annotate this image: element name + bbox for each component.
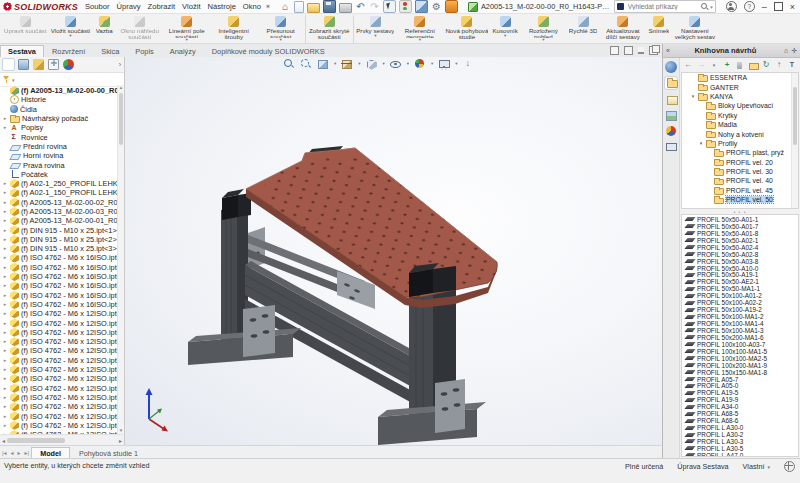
menu-item-4[interactable]: Nástroje: [208, 2, 236, 11]
resources-tab-icon[interactable]: [665, 61, 677, 73]
library-folder-item[interactable]: ▾KANYA: [682, 92, 798, 101]
feature-tree-item[interactable]: ▸(f) ISO 4762 - M6 x 16ISO.ipt<3>: [2, 272, 117, 281]
hide-show-icon[interactable]: [390, 58, 402, 69]
library-part-item[interactable]: PROFIL 50x100-MA1-3: [682, 327, 798, 334]
home-icon[interactable]: ⌂: [784, 47, 788, 54]
command-search[interactable]: ▾: [614, 0, 716, 13]
menu-item-2[interactable]: Zobrazit: [148, 2, 175, 11]
library-part-item[interactable]: PROFIL L A30-2: [682, 431, 798, 438]
pan-down-icon[interactable]: [463, 58, 475, 69]
ribbon-button-6[interactable]: Přesunout součást▾: [257, 15, 304, 43]
feature-tree-item[interactable]: ▸(f) ISO 4762 - M6 x 12ISO.ipt<7>: [2, 365, 117, 374]
ribbon-button-11[interactable]: Kusovník▾: [490, 15, 519, 43]
library-part-item[interactable]: PROFIL 50x50-A02-4: [682, 244, 798, 251]
add-to-library-icon[interactable]: [722, 60, 732, 70]
home-icon[interactable]: [280, 1, 291, 12]
dropdown-caret-icon[interactable]: ▾: [358, 61, 360, 66]
up-icon[interactable]: [774, 60, 784, 70]
expand-arrow-icon[interactable]: ▸: [2, 181, 8, 186]
feature-tree-item[interactable]: ▸Popisy: [2, 123, 117, 132]
feature-tree-tab-icon[interactable]: [3, 59, 14, 70]
configuration-manager-tab-icon[interactable]: [33, 59, 44, 70]
feature-tree-item[interactable]: ▸(f) A02-1_150_PROFIL LEHKY: [2, 188, 117, 197]
ribbon-button-14[interactable]: Aktualizovat dílčí sestavy SpeedPak: [599, 15, 646, 43]
expand-arrow-icon[interactable]: ▸: [2, 358, 8, 363]
library-folder-item[interactable]: GANTER: [682, 82, 798, 91]
maximize-button[interactable]: [774, 2, 783, 11]
expand-arrow-icon[interactable]: ▸: [2, 376, 8, 381]
library-part-item[interactable]: PROFIL 100x100-MA1-5: [682, 348, 798, 355]
tab-2[interactable]: Skica: [93, 45, 127, 57]
library-part-item[interactable]: PROFIL 50x100-A19-2: [682, 306, 798, 313]
library-folder-item[interactable]: PROFIL vel. 45: [682, 186, 798, 195]
feature-tree-item[interactable]: Pravá rovina: [2, 160, 117, 169]
library-part-item[interactable]: PROFIL 150x150-MA1-8: [682, 369, 798, 376]
open-icon[interactable]: [307, 3, 320, 13]
library-folder-item[interactable]: ▾Profily: [682, 139, 798, 148]
scrollbar-thumb[interactable]: [119, 93, 123, 145]
expand-arrow-icon[interactable]: ▸: [2, 423, 8, 428]
tab-1[interactable]: Rozvržení: [44, 45, 93, 57]
expand-arrow-icon[interactable]: ▸: [2, 200, 8, 205]
library-folder-item[interactable]: ESSENTRA: [682, 73, 798, 82]
new-folder-icon[interactable]: [748, 60, 758, 70]
library-part-item[interactable]: PROFIL A19-9: [682, 396, 798, 403]
design-library-scrollbar[interactable]: [791, 73, 798, 208]
expand-arrow-icon[interactable]: ▸: [2, 367, 8, 372]
feature-tree-item[interactable]: Rovnice: [2, 132, 117, 141]
ribbon-button-9[interactable]: Referenční geometrie▾: [396, 15, 443, 43]
feature-tree-item[interactable]: ▸(f) ISO 4762 - M6 x 16ISO.ipt<4>: [2, 281, 117, 290]
expand-arrow-icon[interactable]: ▸: [2, 283, 8, 288]
back-icon[interactable]: [683, 60, 693, 70]
library-part-item[interactable]: PROFIL 50x50-A19-1: [682, 272, 798, 279]
library-part-item[interactable]: PROFIL A68-6: [682, 417, 798, 424]
menu-item-3[interactable]: Vložit: [182, 2, 201, 11]
expand-arrow-icon[interactable]: ▸: [2, 237, 8, 242]
pin-icon[interactable]: ✛: [791, 47, 797, 55]
scrollbar-thumb[interactable]: [793, 87, 797, 145]
feature-tree-item[interactable]: Historie: [2, 95, 117, 104]
expand-arrow-icon[interactable]: ▸: [2, 228, 8, 233]
feature-tree-item[interactable]: ▸(f) ISO 4762 - M6 x 16ISO.ipt<2>: [2, 263, 117, 272]
search-input[interactable]: [626, 2, 699, 11]
ribbon-button-4[interactable]: Lineární pole součástí▾: [163, 15, 210, 43]
library-part-item[interactable]: PROFIL L A30-5: [682, 445, 798, 452]
library-folder-item[interactable]: Nohy a kotvení: [682, 129, 798, 138]
feature-tree-item[interactable]: ▸(f) ISO 4762 - M6 x 12ISO.ipt<5>: [2, 346, 117, 355]
previous-view-icon[interactable]: [317, 58, 329, 69]
feature-tree-item[interactable]: Horní rovina: [2, 151, 117, 160]
expand-arrow-icon[interactable]: ▸: [2, 339, 8, 344]
library-folder-item[interactable]: PROFIL plast, pryž: [682, 148, 798, 157]
menu-item-1[interactable]: Úpravy: [117, 2, 141, 11]
library-part-item[interactable]: PROFIL 50x50-A01-7: [682, 223, 798, 230]
feature-tree-item[interactable]: ▸(f) ISO 4762 - M6 x 16ISO.ipt<5>: [2, 291, 117, 300]
feature-tree-item[interactable]: Počátek: [2, 170, 117, 179]
library-part-item[interactable]: PROFIL 50x50-A10-0: [682, 265, 798, 272]
save-icon[interactable]: [323, 0, 336, 13]
doc-maximize-icon[interactable]: [624, 46, 633, 55]
feature-tree-item[interactable]: ▸(f) DIN 915 - M10 x 25.ipt<3>: [2, 244, 117, 253]
doc-cascade-icon[interactable]: [649, 46, 658, 55]
history-dropdown-icon[interactable]: [709, 60, 719, 70]
library-part-item[interactable]: PROFIL 50x100-MA1-2: [682, 313, 798, 320]
ribbon-button-8[interactable]: Prvky sestavy▾: [353, 15, 396, 43]
new-document-icon[interactable]: [294, 1, 304, 13]
tab-5[interactable]: Doplňkové moduly SOLIDWORKS: [204, 45, 333, 57]
feature-tree-item[interactable]: ▸(f) ISO 4762 - M6 x 16ISO.ipt<1>: [2, 253, 117, 262]
pin-icon[interactable]: [787, 60, 797, 70]
appearance-icon[interactable]: [414, 58, 426, 69]
help-icon[interactable]: ?: [744, 1, 755, 12]
custom-properties-tab-icon[interactable]: [665, 141, 677, 153]
expand-arrow-icon[interactable]: ▸: [2, 190, 8, 195]
expand-arrow-icon[interactable]: ▸: [2, 348, 8, 353]
tab-3[interactable]: Popis: [127, 45, 162, 57]
forward-icon[interactable]: [696, 60, 706, 70]
expand-arrow-icon[interactable]: ▸: [2, 311, 8, 316]
library-part-item[interactable]: PROFIL 100x100-A03-7: [682, 341, 798, 348]
collapse-arrow-icon[interactable]: ▾: [690, 93, 696, 99]
feature-tree-item[interactable]: ▸(f) DIN 915 - M10 x 25.ipt<2>: [2, 235, 117, 244]
library-folder-item[interactable]: PROFIL vel. 40: [682, 176, 798, 185]
library-part-item[interactable]: PROFIL 50x50-A01-1: [682, 216, 798, 223]
feature-tree-item[interactable]: ▸(f) ISO 4762 - M6 x 16ISO.ipt<6>: [2, 300, 117, 309]
feature-tree-item[interactable]: ▸(f) DIN 915 - M10 x 25.ipt<1>: [2, 225, 117, 234]
